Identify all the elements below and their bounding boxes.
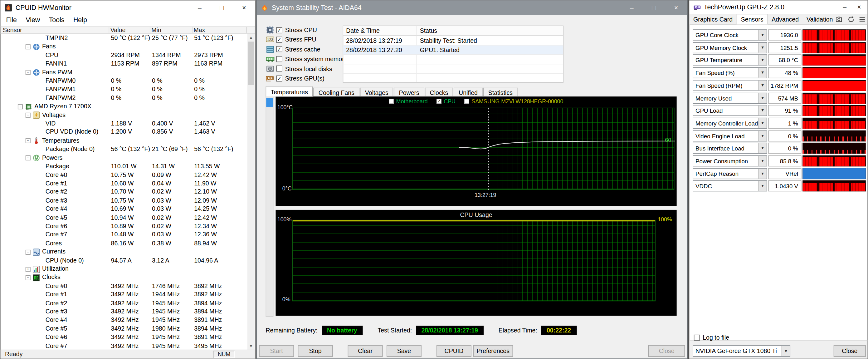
sensor-row[interactable]: Cores86.16 W0.38 W88.94 W (1, 239, 247, 247)
chevron-down-icon[interactable]: ▼ (758, 106, 767, 116)
event-row[interactable] (343, 55, 563, 64)
sensor-row[interactable]: -Fans (1, 42, 247, 51)
event-row[interactable]: 28/02/2018 13:27:19Stability Test: Start… (343, 36, 563, 46)
clear-button[interactable]: Clear (348, 345, 383, 357)
event-row[interactable]: 28/02/2018 13:27:20GPU1: Started (343, 46, 563, 55)
stress-option[interactable]: ✓Stress cache (266, 45, 320, 54)
minimize-button[interactable]: – (188, 1, 211, 15)
sensor-row[interactable]: -Clocks (1, 273, 247, 281)
save-button[interactable]: Save (386, 345, 422, 357)
collapse-toggle-icon[interactable]: - (26, 138, 31, 143)
sensor-row[interactable]: CPU VDD (Node 0)1.200 V0.856 V1.463 V (1, 128, 247, 137)
sensor-row[interactable]: Package (Node 0)56 °C (132 °F)21 °C (69 … (1, 145, 247, 153)
sensor-row[interactable]: FANPWM00 %0 %0 % (1, 77, 247, 85)
sensor-row[interactable]: Core #010.75 W0.09 W12.42 W (1, 171, 247, 179)
sensor-row[interactable]: Core #03492 MHz1746 MHz3892 MHz (1, 282, 247, 290)
chart-scrollbar-thumb[interactable] (266, 98, 273, 107)
chevron-down-icon[interactable]: ▼ (758, 143, 767, 153)
event-row[interactable] (343, 64, 563, 74)
chevron-down-icon[interactable]: ▼ (758, 30, 767, 40)
sensor-select[interactable]: Bus Interface Load▼ (693, 143, 767, 154)
cpu-usage-plot-area[interactable] (292, 220, 655, 301)
checkbox[interactable]: ✓ (276, 36, 282, 43)
checkbox[interactable]: ✓ (276, 75, 282, 82)
menu-file[interactable]: File (2, 15, 21, 25)
sensor-row[interactable]: Core #13492 MHz1944 MHz3892 MHz (1, 290, 247, 299)
tab-unified[interactable]: Unified (454, 88, 483, 96)
tab-clocks[interactable]: Clocks (425, 88, 453, 96)
sensor-row[interactable]: -Powers (1, 154, 247, 162)
sensor-row[interactable]: CPU (Node 0)94.57 A3.12 A104.96 A (1, 256, 247, 264)
preferences-button[interactable]: Preferences (473, 345, 513, 357)
collapse-toggle-icon[interactable]: - (26, 275, 31, 280)
sensor-row[interactable]: -AMD Ryzen 7 1700X (1, 102, 247, 111)
sensor-select[interactable]: Video Engine Load▼ (693, 130, 767, 142)
tab-validation[interactable]: Validation (803, 14, 837, 25)
sensor-row[interactable]: Core #410.69 W0.03 W14.25 W (1, 205, 247, 213)
close-button[interactable]: × (233, 1, 255, 15)
sensor-row[interactable]: Core #710.48 W0.03 W12.36 W (1, 230, 247, 239)
sensor-row[interactable]: FANPWM20 %0 %0 % (1, 94, 247, 102)
sensor-row[interactable]: Package110.01 W14.31 W113.55 W (1, 162, 247, 171)
tab-advanced[interactable]: Advanced (768, 14, 803, 25)
hwmonitor-titlebar[interactable]: CPUID HWMonitor – □ × (1, 1, 255, 15)
legend-checkbox[interactable] (464, 99, 469, 103)
menu-help[interactable]: Help (69, 15, 91, 25)
sensor-select[interactable]: PerfCap Reason▼ (693, 168, 767, 179)
stop-button[interactable]: Stop (298, 345, 333, 357)
log-to-file-option[interactable]: Log to file (694, 333, 729, 341)
sensor-row[interactable]: Core #33492 MHz1945 MHz3894 MHz (1, 307, 247, 316)
events-col-status[interactable]: Status (420, 27, 437, 34)
expand-toggle-icon[interactable]: + (26, 267, 31, 272)
checkbox[interactable]: ✓ (276, 27, 282, 33)
chevron-down-icon[interactable]: ▼ (758, 118, 767, 128)
sensor-row[interactable]: Core #510.94 W0.02 W12.42 W (1, 213, 247, 222)
chevron-down-icon[interactable]: ▼ (758, 131, 767, 141)
chevron-down-icon[interactable]: ▼ (758, 68, 767, 78)
maximize-button[interactable]: □ (211, 1, 233, 15)
event-row[interactable] (343, 74, 563, 83)
sensor-row[interactable]: Core #610.89 W0.02 W12.34 W (1, 222, 247, 230)
legend-checkbox[interactable] (389, 99, 394, 103)
sensor-select[interactable]: Power Consumption▼ (693, 155, 767, 167)
collapse-toggle-icon[interactable]: - (26, 113, 31, 118)
stress-option[interactable]: Stress system memory (266, 55, 347, 63)
tab-temperatures[interactable]: Temperatures (266, 87, 313, 96)
collapse-toggle-icon[interactable]: - (26, 44, 31, 49)
sensor-select[interactable]: GPU Temperature▼ (693, 55, 767, 66)
sensor-row[interactable]: VID1.188 V0.400 V1.462 V (1, 119, 247, 128)
checkbox[interactable] (276, 56, 282, 62)
screenshot-icon[interactable] (835, 16, 843, 23)
scroll-down-icon[interactable]: ▼ (247, 342, 255, 350)
collapse-toggle-icon[interactable]: - (18, 104, 23, 109)
collapse-toggle-icon[interactable]: - (26, 155, 31, 160)
events-col-datetime[interactable]: Date & Time (346, 27, 380, 34)
vertical-scrollbar[interactable]: ▲ ▼ (247, 34, 255, 349)
sensor-row[interactable]: -Temperatures (1, 137, 247, 145)
tab-sensors[interactable]: Sensors (737, 14, 768, 24)
log-to-file-checkbox[interactable] (694, 334, 700, 340)
chevron-down-icon[interactable]: ▼ (758, 181, 767, 191)
sensor-row[interactable]: Core #73492 MHz1945 MHz3495 MHz (1, 341, 247, 350)
tab-cooling-fans[interactable]: Cooling Fans (314, 88, 360, 96)
temperature-plot-area[interactable] (292, 108, 675, 190)
sensor-select[interactable]: Memory Controller Load▼ (693, 118, 767, 129)
sensor-row[interactable]: Core #110.60 W0.04 W11.90 W (1, 179, 247, 188)
close-button[interactable]: × (852, 1, 866, 14)
column-header-sensor[interactable]: Sensor (3, 27, 22, 34)
sensor-row[interactable]: Core #23492 MHz1945 MHz3894 MHz (1, 299, 247, 307)
chevron-down-icon[interactable]: ▼ (758, 93, 767, 103)
aida64-titlebar[interactable]: System Stability Test - AIDA64 – □ × (257, 1, 687, 15)
tab-powers[interactable]: Powers (394, 88, 424, 96)
sensor-select[interactable]: VDDC▼ (693, 180, 767, 192)
sensor-row[interactable]: Core #63492 MHz1945 MHz3891 MHz (1, 333, 247, 341)
minimize-button[interactable]: – (621, 1, 643, 15)
tab-voltages[interactable]: Voltages (360, 88, 394, 96)
stress-option[interactable]: ✓Stress CPU (266, 26, 317, 34)
menu-view[interactable]: View (21, 15, 44, 25)
checkbox[interactable] (276, 65, 282, 72)
column-header-max[interactable]: Max (193, 27, 205, 34)
chevron-down-icon[interactable]: ▼ (758, 169, 767, 179)
cpuid-button[interactable]: CPUID (436, 345, 471, 357)
sensor-row[interactable]: +Utilization (1, 265, 247, 273)
